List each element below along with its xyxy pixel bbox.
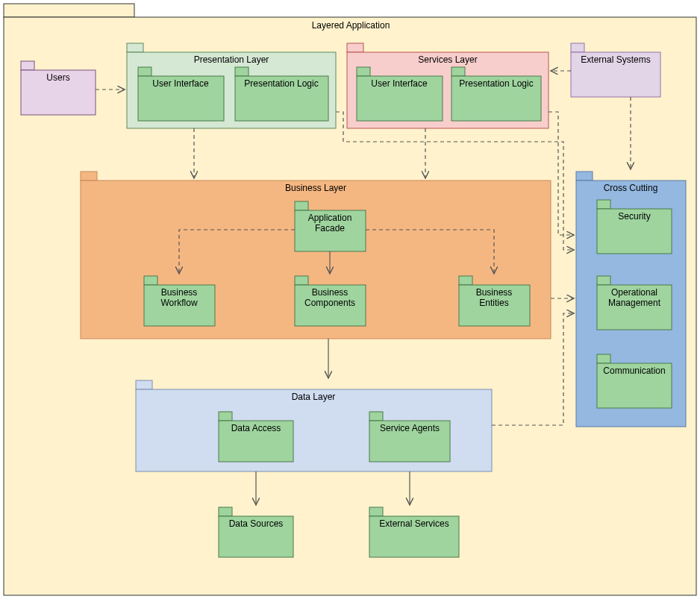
users-label: Users xyxy=(46,72,69,83)
app-facade-label1: Application xyxy=(308,213,352,223)
svg-rect-44 xyxy=(576,172,593,181)
business-layer-label: Business Layer xyxy=(285,183,346,193)
svg-text:Business: Business xyxy=(161,287,198,298)
svg-rect-26 xyxy=(295,276,308,285)
svg-rect-36 xyxy=(219,412,232,421)
app-facade-label2: Facade xyxy=(315,223,345,233)
services-layer-label: Services Layer xyxy=(418,54,477,65)
data-layer-label: Data Layer xyxy=(292,392,336,402)
svg-rect-18 xyxy=(81,172,97,181)
svg-text:Management: Management xyxy=(608,298,661,308)
svg-rect-38 xyxy=(369,412,383,421)
presentation-logic-label: Presentation Logic xyxy=(244,78,318,89)
external-systems-label: External Systems xyxy=(581,54,650,65)
svg-rect-14 xyxy=(451,67,465,76)
svg-rect-4 xyxy=(127,43,143,52)
svg-rect-30 xyxy=(459,276,472,285)
svg-rect-48 xyxy=(597,276,610,285)
svg-rect-42 xyxy=(369,507,383,516)
svg-text:Components: Components xyxy=(304,298,355,308)
presentation-layer-label: Presentation Layer xyxy=(194,54,269,65)
service-agents-label: Service Agents xyxy=(380,423,440,433)
main-title: Layered Application xyxy=(312,20,390,31)
svg-rect-22 xyxy=(144,276,157,285)
svg-rect-10 xyxy=(347,43,363,52)
svg-text:Business: Business xyxy=(476,287,513,298)
services-ui-label: User Interface xyxy=(371,78,428,89)
svg-rect-34 xyxy=(136,380,152,389)
svg-rect-52 xyxy=(597,354,610,363)
diagram-canvas: Layered Application Users Presentation L… xyxy=(0,0,700,599)
svg-text:Entities: Entities xyxy=(479,298,508,308)
data-sources-label: Data Sources xyxy=(229,518,284,529)
svg-rect-2 xyxy=(21,61,34,70)
data-access-label: Data Access xyxy=(231,423,281,433)
svg-rect-20 xyxy=(295,201,308,210)
security-label: Security xyxy=(618,211,650,222)
svg-text:Workflow: Workflow xyxy=(160,298,197,308)
svg-rect-8 xyxy=(235,67,249,76)
svg-rect-12 xyxy=(357,67,370,76)
external-services-label: External Services xyxy=(379,518,449,529)
communication-label: Communication xyxy=(603,366,665,376)
svg-rect-16 xyxy=(571,43,584,52)
svg-rect-0 xyxy=(4,4,134,17)
cross-cutting-label: Cross Cutting xyxy=(604,183,658,193)
svg-rect-40 xyxy=(219,507,232,516)
services-logic-label: Presentation Logic xyxy=(459,78,533,89)
ui-label: User Interface xyxy=(152,78,209,89)
svg-rect-6 xyxy=(138,67,151,76)
svg-rect-46 xyxy=(597,200,610,209)
svg-text:Operational: Operational xyxy=(611,287,657,298)
svg-text:Business: Business xyxy=(312,287,349,298)
